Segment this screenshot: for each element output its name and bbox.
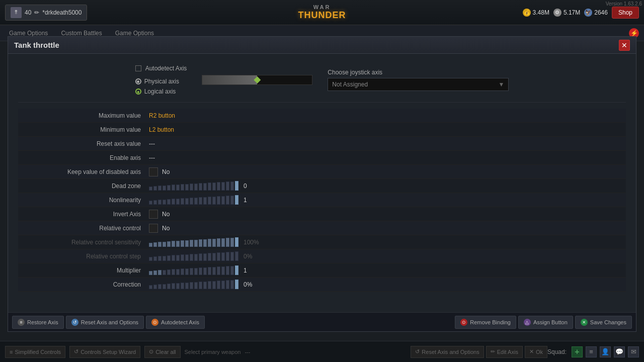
label-nonlinearity: Nonlinearity <box>18 197 149 204</box>
label-multiplier: Multiplier <box>18 267 149 274</box>
dialog-title-bar: Tank throttle ✕ <box>8 37 636 54</box>
invert-axis-checkbox-wrap: No <box>149 210 202 219</box>
dialog-toolbar: ≡ Restore Axis ↺ Reset Axis and Options … <box>8 312 636 331</box>
secondary-item-value: --- <box>245 349 250 355</box>
logical-axis-radio[interactable]: Logical axis <box>135 88 179 95</box>
clear-icon: ⊙ <box>149 348 153 355</box>
status-bar: ≡ Simplified Controls ↺ Controls Setup W… <box>0 341 644 362</box>
autodetect-axis-button[interactable]: ⊙ Autodetect Axis <box>146 316 205 329</box>
clear-label: Clear all <box>155 349 176 355</box>
silver-icon: ⚙ <box>553 9 561 17</box>
axis-section: Autodetect Axis Physical axis Logical ax… <box>18 60 626 103</box>
nonlinearity-segments <box>149 195 238 205</box>
relative-control-checkbox[interactable] <box>149 224 158 233</box>
physical-axis-radio[interactable]: Physical axis <box>135 78 179 85</box>
assign-icon: △ <box>524 319 531 326</box>
squad-mail-icon[interactable]: ✉ <box>628 346 639 357</box>
controls-wizard-button[interactable]: ↺ Controls Setup Wizard <box>69 346 140 358</box>
keep-value-checkbox-wrap: No <box>149 167 202 176</box>
label-reset-axis: Reset axis value <box>18 140 149 147</box>
user-avatar: 🎖 <box>11 7 22 18</box>
dialog-close-button[interactable]: ✕ <box>619 40 630 51</box>
squad-list-icon[interactable]: ≡ <box>586 346 597 357</box>
logo-war: WAR <box>313 4 331 10</box>
squad-add-button[interactable]: + <box>572 346 583 357</box>
relative-control-checkbox-wrap: No <box>149 224 202 233</box>
currency-eagle: 🦅 2646 <box>584 9 608 17</box>
eagle-value: 2646 <box>594 9 608 16</box>
value-keep-value: No <box>162 168 202 175</box>
value-enable-axis: --- <box>149 154 189 161</box>
label-rel-sensitivity: Relative control sensitivity <box>18 239 149 246</box>
label-keep-value: Keep value of disabled axis <box>18 168 149 175</box>
reset-axis-options-status-button[interactable]: ↺ Reset Axis and Options <box>411 346 484 358</box>
squad-members-icon[interactable]: 👤 <box>600 346 611 357</box>
wizard-icon: ↺ <box>74 348 78 355</box>
label-rel-step: Relative control step <box>18 253 149 260</box>
clear-all-button[interactable]: ⊙ Clear all <box>144 346 180 358</box>
value-nonlinearity: 1 <box>244 197 284 204</box>
correction-segments <box>149 280 238 289</box>
assign-button-button[interactable]: △ Assign Button <box>518 316 573 329</box>
setting-nonlinearity: Nonlinearity <box>18 193 626 207</box>
toolbar-right: ⊙ Remove Binding △ Assign Button ✕ Save … <box>455 316 632 329</box>
assign-button-label: Assign Button <box>533 319 568 325</box>
rel-step-slider: 0% <box>149 251 284 261</box>
toolbar-left: ≡ Restore Axis ↺ Reset Axis and Options … <box>12 316 205 329</box>
dialog-content: Autodetect Axis Physical axis Logical ax… <box>8 54 636 312</box>
rel-sensitivity-segments <box>149 237 238 247</box>
axis-options: Physical axis Logical axis <box>135 78 179 95</box>
logical-radio-dot <box>135 88 141 95</box>
label-dead-zone: Dead zone <box>18 183 149 190</box>
dead-zone-segments <box>149 181 238 191</box>
top-bar: 🎖 40 ✏ *drkdeath5000 WAR THUNDER 💰 3.48M… <box>0 0 644 25</box>
dead-zone-slider[interactable]: 0 <box>149 181 284 191</box>
remove-binding-button[interactable]: ⊙ Remove Binding <box>455 316 516 329</box>
value-maximum-value: R2 button <box>149 112 189 119</box>
restore-axis-label: Restore Axis <box>27 319 58 325</box>
shop-label: Shop <box>618 9 632 16</box>
shop-button[interactable]: Shop <box>612 7 639 19</box>
settings-grid: Maximum value R2 button Minimum value L2… <box>18 109 626 292</box>
joystick-dropdown[interactable]: Not Assigned ▼ <box>328 78 509 91</box>
save-changes-button[interactable]: ✕ Save Changes <box>575 316 632 329</box>
rel-step-segments <box>149 251 238 261</box>
simplified-controls-button[interactable]: ≡ Simplified Controls <box>5 346 65 358</box>
restore-axis-button[interactable]: ≡ Restore Axis <box>12 316 64 329</box>
reset-icon: ↺ <box>71 319 78 326</box>
ok-button[interactable]: ✕ Ok <box>525 346 547 358</box>
currency-gold: 💰 3.48M <box>523 9 549 17</box>
axis-slider-track[interactable] <box>202 75 312 85</box>
reset-axis-label: Reset Axis and Options <box>81 319 138 325</box>
setting-rel-step: Relative control step <box>18 249 626 263</box>
correction-slider[interactable]: 0% <box>149 280 284 289</box>
reset-status-label: Reset Axis and Options <box>422 349 479 355</box>
joystick-label: Choose joystick axis <box>328 69 509 76</box>
squad-chat-icon[interactable]: 💬 <box>614 346 625 357</box>
label-enable-axis: Enable axis <box>18 154 149 161</box>
top-bar-right: 💰 3.48M ⚙ 5.17M 🦅 2646 Shop <box>523 7 639 19</box>
reset-axis-options-button[interactable]: ↺ Reset Axis and Options <box>66 316 144 329</box>
autodetect-axis-label: Autodetect Axis <box>161 319 199 325</box>
autodetect-checkbox[interactable] <box>135 65 141 71</box>
user-level: 40 <box>25 9 31 16</box>
top-bar-left: 🎖 40 ✏ *drkdeath5000 <box>5 5 87 21</box>
keep-value-checkbox[interactable] <box>149 167 158 176</box>
setting-reset-axis: Reset axis value --- <box>18 137 626 151</box>
label-maximum-value: Maximum value <box>18 112 149 119</box>
user-badge[interactable]: 🎖 40 ✏ *drkdeath5000 <box>5 5 87 21</box>
nonlinearity-slider[interactable]: 1 <box>149 195 284 205</box>
remove-binding-icon: ⊙ <box>460 319 467 326</box>
joystick-section: Choose joystick axis Not Assigned ▼ <box>328 69 509 91</box>
save-changes-label: Save Changes <box>590 319 626 325</box>
logo-thunder: THUNDER <box>298 10 346 21</box>
edit-axis-button[interactable]: ✏ Edit Axis <box>486 346 523 358</box>
axis-slider-container <box>202 75 312 85</box>
top-bar-center: WAR THUNDER <box>297 2 347 24</box>
simplified-label: Simplified Controls <box>15 349 61 355</box>
invert-axis-checkbox[interactable] <box>149 210 158 219</box>
secondary-item-label: Select primary weapon <box>185 349 241 355</box>
multiplier-slider[interactable]: 1 <box>149 265 284 275</box>
setting-rel-sensitivity: Relative control sensitivity <box>18 235 626 249</box>
setting-maximum-value: Maximum value R2 button <box>18 109 626 123</box>
